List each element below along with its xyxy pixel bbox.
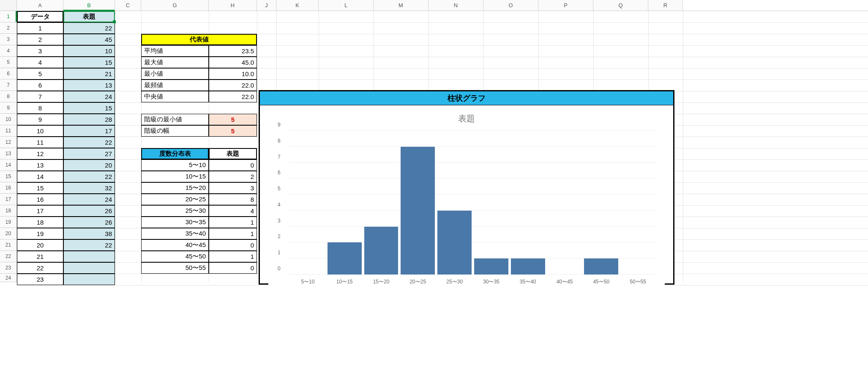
cell-A10[interactable]: 9 <box>17 114 63 125</box>
cell-B6[interactable]: 21 <box>63 68 115 80</box>
cell-B5[interactable]: 15 <box>63 57 115 68</box>
col-header-G[interactable]: G <box>141 0 209 11</box>
row-header-20[interactable]: 20 <box>0 228 17 239</box>
cell-A6[interactable]: 5 <box>17 68 63 80</box>
col-header-Q[interactable]: Q <box>593 0 648 11</box>
row-header-13[interactable]: 13 <box>0 148 17 159</box>
cell-A9[interactable]: 8 <box>17 102 63 114</box>
row-header-6[interactable]: 6 <box>0 68 17 80</box>
freq-range-6[interactable]: 35〜40 <box>141 228 209 239</box>
header-data[interactable]: データ <box>17 11 63 22</box>
stats-label-1[interactable]: 最大値 <box>141 57 209 68</box>
row-header-24[interactable]: 24 <box>0 274 17 282</box>
stats-value-0[interactable]: 23.5 <box>209 45 257 57</box>
chart-container[interactable]: 柱状グラフ 表題 01234567895〜1010〜1515〜2020〜2525… <box>259 90 674 285</box>
cell-B16[interactable]: 32 <box>63 182 115 194</box>
cell-B18[interactable]: 26 <box>63 205 115 217</box>
freq-range-7[interactable]: 40〜45 <box>141 239 209 251</box>
col-header-O[interactable]: O <box>483 0 538 11</box>
row-header-16[interactable]: 16 <box>0 182 17 194</box>
freq-count-7[interactable]: 0 <box>209 239 257 251</box>
row-header-21[interactable]: 21 <box>0 239 17 251</box>
cell-A16[interactable]: 15 <box>17 182 63 194</box>
cell-B3[interactable]: 45 <box>63 34 115 45</box>
cell-B8[interactable]: 24 <box>63 91 115 102</box>
freq-count-2[interactable]: 3 <box>209 182 257 194</box>
row-header-8[interactable]: 8 <box>0 91 17 102</box>
row-header-10[interactable]: 10 <box>0 114 17 125</box>
col-header-P[interactable]: P <box>538 0 593 11</box>
freq-range-5[interactable]: 30〜35 <box>141 217 209 228</box>
cell-A11[interactable]: 10 <box>17 125 63 137</box>
cell-A3[interactable]: 2 <box>17 34 63 45</box>
row-header-23[interactable]: 23 <box>0 262 17 274</box>
cell-A14[interactable]: 13 <box>17 159 63 171</box>
cell-A18[interactable]: 17 <box>17 205 63 217</box>
freq-count-4[interactable]: 4 <box>209 205 257 217</box>
freq-range-0[interactable]: 5〜10 <box>141 159 209 171</box>
spreadsheet[interactable]: ABCGHJKLMNOPQR 1234567891011121314151617… <box>0 0 868 379</box>
col-header-C[interactable]: C <box>115 0 141 11</box>
stats-label-4[interactable]: 中央値 <box>141 91 209 102</box>
cell-B13[interactable]: 27 <box>63 148 115 159</box>
cell-B19[interactable]: 26 <box>63 217 115 228</box>
row-header-2[interactable]: 2 <box>0 22 17 34</box>
row-header-12[interactable]: 12 <box>0 137 17 148</box>
col-header-J[interactable]: J <box>257 0 276 11</box>
cell-B10[interactable]: 28 <box>63 114 115 125</box>
cell-B15[interactable]: 22 <box>63 171 115 182</box>
freq-range-9[interactable]: 50〜55 <box>141 262 209 274</box>
freq-count-5[interactable]: 1 <box>209 217 257 228</box>
cell-B24[interactable] <box>63 274 115 285</box>
col-header-H[interactable]: H <box>209 0 257 11</box>
col-header-L[interactable]: L <box>319 0 374 11</box>
row-header-3[interactable]: 3 <box>0 34 17 45</box>
cell-A12[interactable]: 11 <box>17 137 63 148</box>
freq-range-8[interactable]: 45〜50 <box>141 251 209 262</box>
cell-B2[interactable]: 22 <box>63 22 115 34</box>
cell-B9[interactable]: 15 <box>63 102 115 114</box>
cell-B17[interactable]: 24 <box>63 194 115 205</box>
cell-B4[interactable]: 10 <box>63 45 115 57</box>
freq-range-3[interactable]: 20〜25 <box>141 194 209 205</box>
stats-value-1[interactable]: 45.0 <box>209 57 257 68</box>
row-header-18[interactable]: 18 <box>0 205 17 217</box>
cell-B22[interactable] <box>63 251 115 262</box>
row-header-7[interactable]: 7 <box>0 80 17 91</box>
stats-label-3[interactable]: 最頻値 <box>141 80 209 91</box>
freq-count-0[interactable]: 0 <box>209 159 257 171</box>
col-header-A[interactable]: A <box>17 0 63 11</box>
cell-B20[interactable]: 38 <box>63 228 115 239</box>
cell-A23[interactable]: 22 <box>17 262 63 274</box>
freq-range-2[interactable]: 15〜20 <box>141 182 209 194</box>
cell-A19[interactable]: 18 <box>17 217 63 228</box>
cell-A13[interactable]: 12 <box>17 148 63 159</box>
cell-A24[interactable]: 23 <box>17 274 63 285</box>
freq-count-9[interactable]: 0 <box>209 262 257 274</box>
col-header-R[interactable]: R <box>648 0 683 11</box>
cell-B14[interactable]: 20 <box>63 159 115 171</box>
freq-title-right[interactable]: 表題 <box>209 148 257 159</box>
row-header-19[interactable]: 19 <box>0 217 17 228</box>
cell-A5[interactable]: 4 <box>17 57 63 68</box>
stats-value-3[interactable]: 22.0 <box>209 80 257 91</box>
row-header-4[interactable]: 4 <box>0 45 17 57</box>
cell-A15[interactable]: 14 <box>17 171 63 182</box>
col-header-K[interactable]: K <box>276 0 319 11</box>
cell-A2[interactable]: 1 <box>17 22 63 34</box>
select-all-corner[interactable] <box>0 0 17 11</box>
stats-value-4[interactable]: 22.0 <box>209 91 257 102</box>
cell-B21[interactable]: 22 <box>63 239 115 251</box>
freq-count-3[interactable]: 8 <box>209 194 257 205</box>
class-label-1[interactable]: 階級の幅 <box>141 125 209 137</box>
cell-A21[interactable]: 20 <box>17 239 63 251</box>
row-header-15[interactable]: 15 <box>0 171 17 182</box>
row-header-9[interactable]: 9 <box>0 102 17 114</box>
grid-area[interactable]: データ表題12224531041552161372481592810171122… <box>17 11 868 282</box>
cell-B11[interactable]: 17 <box>63 125 115 137</box>
row-header-5[interactable]: 5 <box>0 57 17 68</box>
row-header-22[interactable]: 22 <box>0 251 17 262</box>
cell-A7[interactable]: 6 <box>17 80 63 91</box>
class-value-0[interactable]: 5 <box>209 114 257 125</box>
col-header-M[interactable]: M <box>374 0 429 11</box>
